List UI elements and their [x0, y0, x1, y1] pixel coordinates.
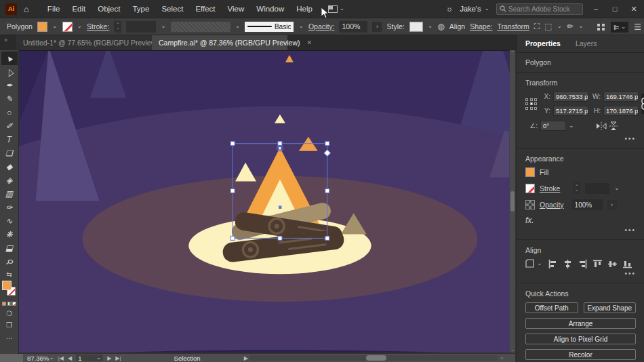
- opacity-expand-icon[interactable]: ›: [607, 200, 617, 210]
- width-profile-dropdown[interactable]: [171, 22, 230, 32]
- handle-top-left[interactable]: [230, 142, 235, 146]
- menu-file[interactable]: File: [41, 5, 66, 13]
- width-field[interactable]: 169.1746 p: [603, 92, 639, 102]
- stroke-weight-label[interactable]: Stroke:: [87, 22, 109, 31]
- close-tab-icon[interactable]: ✕: [306, 39, 312, 46]
- fill-color-swatch[interactable]: [37, 22, 47, 32]
- account-menu[interactable]: Jake's: [460, 5, 489, 13]
- link-dimensions-icon[interactable]: [641, 94, 644, 114]
- align-label[interactable]: Align: [449, 22, 465, 31]
- offset-path-button[interactable]: Offset Path: [525, 302, 578, 313]
- eyedropper-tool-icon[interactable]: ✑: [1, 201, 18, 214]
- bounding-box-icon[interactable]: ⛶: [534, 22, 540, 31]
- handle-mid-right[interactable]: [325, 189, 329, 193]
- reference-point-selector[interactable]: [525, 98, 537, 110]
- shape-builder-tool-icon[interactable]: ◈: [1, 174, 18, 187]
- arrange-button[interactable]: Arrange: [525, 318, 636, 329]
- menu-object[interactable]: Object: [92, 5, 126, 13]
- vertical-scrollbar[interactable]: ⌃ ⌄: [510, 50, 515, 353]
- fill-chevron-icon[interactable]: [52, 22, 58, 31]
- stroke-weight-value-field[interactable]: [585, 183, 609, 194]
- align-right-icon[interactable]: [578, 260, 587, 268]
- appearance-opacity-swatch[interactable]: [525, 200, 535, 209]
- gradient-tool-icon[interactable]: ▥: [1, 187, 18, 201]
- menu-type[interactable]: Type: [126, 5, 155, 13]
- stroke-weight-chevron-icon[interactable]: [614, 184, 620, 193]
- angle-chevron-icon[interactable]: [569, 122, 574, 130]
- stroke-chevron-icon[interactable]: [77, 22, 83, 31]
- artboard-number-field[interactable]: 1: [76, 355, 103, 361]
- color-fill-icon[interactable]: [2, 302, 6, 306]
- transform-label[interactable]: Transform: [497, 22, 529, 31]
- x-position-field[interactable]: 960.7533 p: [553, 92, 588, 102]
- minimize-button[interactable]: –: [590, 5, 602, 13]
- handle-bottom-center[interactable]: [278, 236, 282, 240]
- swap-fill-stroke-icon[interactable]: ⇆: [6, 270, 12, 278]
- scroll-down-icon[interactable]: ⌄: [510, 347, 515, 353]
- free-transform-tool-icon[interactable]: ❏: [1, 146, 18, 160]
- align-horizontal-center-icon[interactable]: [563, 260, 572, 268]
- expand-section-button[interactable]: ›: [372, 22, 382, 32]
- align-to-pixel-grid-button[interactable]: Align to Pixel Grid: [525, 334, 636, 344]
- align-left-icon[interactable]: [548, 260, 557, 268]
- y-position-field[interactable]: 517.2715 p: [553, 106, 588, 116]
- menu-effect[interactable]: Effect: [189, 5, 221, 13]
- menu-select[interactable]: Select: [155, 5, 189, 13]
- home-icon[interactable]: ⌂: [24, 4, 29, 14]
- align-top-icon[interactable]: [593, 260, 602, 268]
- center-point-widget[interactable]: [279, 205, 281, 208]
- rotation-angle-field[interactable]: 0°: [540, 121, 566, 131]
- menu-help[interactable]: Help: [290, 5, 319, 13]
- fx-effects-button[interactable]: fx.: [525, 216, 636, 225]
- horizontal-scroll-thumb[interactable]: [366, 355, 386, 361]
- stroke-color-swatch[interactable]: [62, 22, 73, 32]
- vertical-scroll-thumb[interactable]: [510, 191, 515, 212]
- close-button[interactable]: ✕: [628, 5, 640, 14]
- tab-campfire[interactable]: Campfire.ai* @ 87.36% (RGB/GPU Preview)✕: [152, 35, 287, 50]
- opacity-field[interactable]: 100%: [339, 21, 367, 33]
- flip-vertical-icon[interactable]: [609, 121, 618, 131]
- shape-tool-icon[interactable]: ○: [1, 106, 18, 119]
- blend-tool-icon[interactable]: ∿: [1, 214, 18, 228]
- artboard-tool-icon[interactable]: ⬓: [1, 241, 18, 255]
- pen-tool-icon[interactable]: ✒: [1, 79, 18, 92]
- zoom-level-field[interactable]: 87.36%: [27, 355, 49, 362]
- previous-artboard-icon[interactable]: ◀: [68, 355, 72, 361]
- menu-edit[interactable]: Edit: [66, 5, 92, 13]
- fill-stroke-indicator[interactable]: [1, 281, 18, 298]
- shape-label[interactable]: Shape:: [470, 22, 492, 31]
- horizontal-scrollbar[interactable]: [249, 355, 498, 361]
- menu-list-icon[interactable]: ☰: [634, 22, 641, 32]
- workspace-switcher[interactable]: [328, 5, 345, 13]
- zoom-level-chevron-icon[interactable]: [49, 355, 54, 362]
- status-menu-arrow-icon[interactable]: ▶: [244, 355, 248, 361]
- selection-tool-icon[interactable]: ▲: [1, 52, 18, 65]
- gradient-fill-icon[interactable]: [7, 302, 12, 306]
- type-tool-icon[interactable]: T: [1, 133, 18, 146]
- flip-horizontal-icon[interactable]: [596, 122, 607, 130]
- last-artboard-icon[interactable]: ▶|: [115, 355, 121, 361]
- stroke-weight-stepper[interactable]: ⌃⌄: [573, 182, 580, 194]
- align-to-selector[interactable]: [525, 259, 542, 268]
- isolate-selection-icon[interactable]: ✏: [567, 22, 573, 31]
- tab-overflow-icon[interactable]: »: [4, 37, 7, 43]
- handle-bottom-left[interactable]: [230, 236, 235, 240]
- first-artboard-icon[interactable]: |◀: [58, 355, 64, 361]
- direct-selection-tool-icon[interactable]: △: [1, 65, 18, 79]
- stroke-weight-field[interactable]: [126, 21, 156, 33]
- toolbar-more-icon[interactable]: …: [6, 333, 13, 340]
- artboard-canvas[interactable]: [19, 50, 510, 353]
- adobe-stock-search-input[interactable]: Search Adobe Stock: [496, 3, 583, 15]
- maximize-button[interactable]: □: [609, 5, 621, 13]
- fill-orange-swatch[interactable]: [2, 281, 12, 290]
- align-more-options-icon[interactable]: •••: [525, 270, 636, 277]
- appearance-stroke-label[interactable]: Stroke: [540, 184, 560, 193]
- align-bottom-icon[interactable]: [623, 260, 632, 268]
- touch-workspace-icon[interactable]: [597, 24, 605, 31]
- symbol-sprayer-tool-icon[interactable]: ❋: [1, 228, 18, 241]
- scroll-right-icon[interactable]: ›: [501, 355, 503, 361]
- select-similar-icon[interactable]: ⬚: [544, 22, 552, 31]
- discover-lightbulb-icon[interactable]: ☼: [446, 4, 454, 14]
- drawing-mode-icon[interactable]: ❍: [6, 310, 12, 317]
- style-swatch[interactable]: [409, 22, 423, 32]
